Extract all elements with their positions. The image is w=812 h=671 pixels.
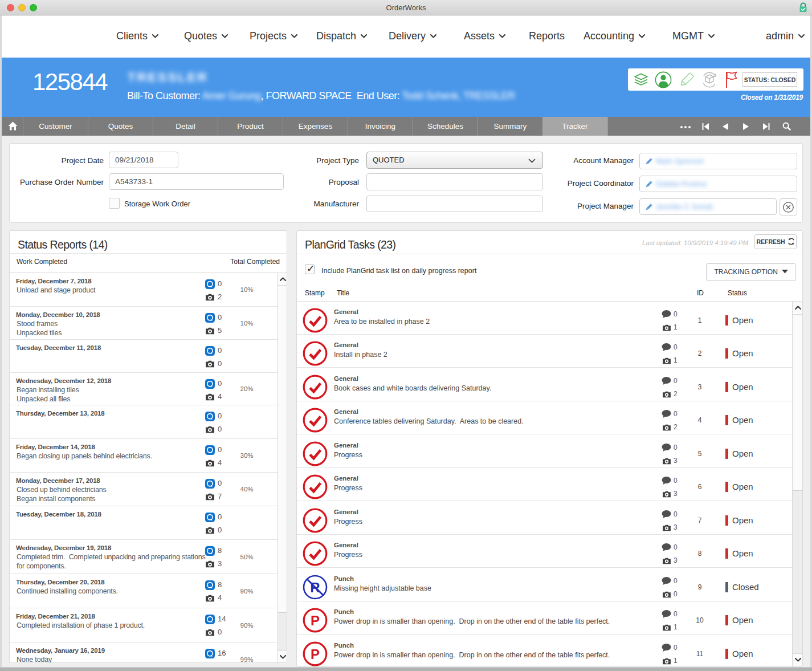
svg-text:P: P xyxy=(311,613,320,628)
svg-text:P: P xyxy=(311,646,320,662)
